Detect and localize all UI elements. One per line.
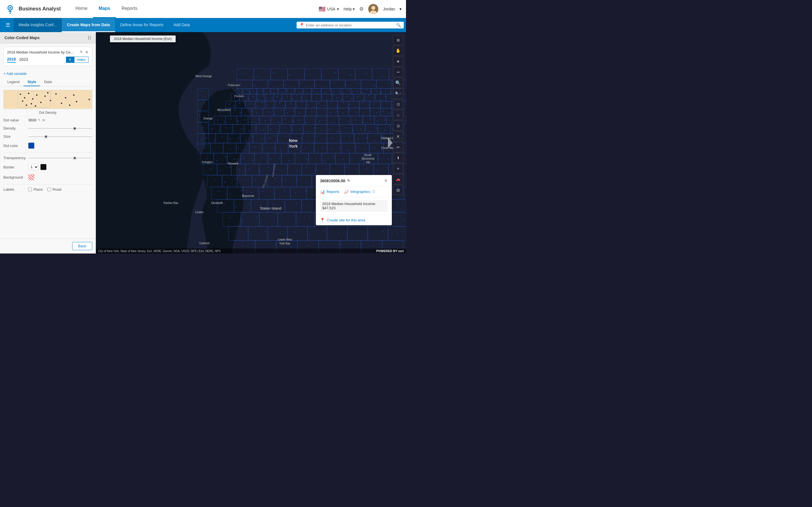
toggle-index-button[interactable]: Index — [74, 57, 89, 63]
settings-icon[interactable]: ⚙ — [359, 6, 364, 12]
menu-toggle-icon[interactable]: ☰ — [2, 20, 13, 31]
locale-selector[interactable]: 🇺🇸 USA ▾ — [319, 6, 339, 12]
svg-point-278 — [352, 158, 352, 159]
svg-point-256 — [356, 147, 357, 148]
svg-point-361 — [309, 217, 310, 217]
size-thumb[interactable] — [44, 135, 48, 138]
border-color-swatch[interactable] — [40, 164, 47, 170]
svg-point-299 — [356, 169, 357, 170]
car-control[interactable]: 🚗 — [393, 174, 403, 184]
year-tab-2018[interactable]: 2018 — [7, 57, 16, 62]
border-size-select[interactable]: 123 — [28, 164, 39, 170]
svg-point-11 — [36, 94, 38, 96]
dot-value-reset-icon[interactable]: ⊞ — [42, 118, 45, 122]
nav-maps[interactable]: Maps — [93, 0, 116, 18]
svg-point-55 — [357, 91, 358, 92]
svg-point-373 — [295, 232, 296, 233]
svg-point-399 — [366, 73, 367, 74]
bookmarks-control[interactable]: ⊞ — [393, 35, 403, 45]
map-area[interactable]: Paterson Passaic Bloomfield Orange Irvin… — [96, 32, 406, 253]
density-thumb[interactable] — [73, 127, 77, 130]
svg-text:Newark: Newark — [228, 162, 239, 165]
dot-value-edit-icon[interactable]: ✎ — [38, 118, 41, 122]
svg-point-7 — [24, 97, 26, 99]
svg-point-311 — [286, 180, 287, 181]
close-layer-icon[interactable]: ✕ — [85, 50, 89, 54]
svg-point-203 — [329, 129, 330, 129]
style-thumbnail[interactable]: ▾ — [3, 90, 92, 109]
map-tooltip: 2018 Median Household Income (Esri) — [110, 36, 175, 42]
info-icon[interactable]: ⓘ — [372, 189, 375, 194]
svg-point-250 — [306, 148, 306, 149]
svg-point-73 — [272, 100, 273, 100]
year-tab-2023[interactable]: 2023 — [19, 57, 28, 62]
transparency-thumb[interactable] — [73, 156, 77, 160]
user-name[interactable]: Jordan — [383, 7, 395, 11]
popup-infographics-button[interactable]: 📈 Infographics ⓘ — [344, 189, 375, 194]
measure-control[interactable]: ⊡ — [393, 99, 403, 109]
svg-point-101 — [239, 103, 240, 104]
zoom-in-control[interactable]: + — [393, 56, 403, 66]
home-control[interactable]: ⌂ — [393, 110, 403, 120]
toolbar-tab-define-areas[interactable]: Define Areas for Reports — [115, 18, 168, 32]
export-control[interactable]: ⬇ — [393, 153, 403, 163]
svg-point-42 — [299, 92, 300, 93]
tab-data[interactable]: Data — [40, 78, 56, 86]
help-button[interactable]: Help ▾ — [343, 7, 355, 11]
place-checkbox[interactable] — [28, 187, 32, 191]
tab-legend[interactable]: Legend — [3, 78, 23, 86]
zoom-out-control[interactable]: − — [393, 67, 403, 77]
svg-point-251 — [314, 150, 315, 151]
toolbar-tab-create-maps[interactable]: Create Maps from Data — [62, 18, 115, 32]
tab-style[interactable]: Style — [23, 78, 40, 86]
create-site-button[interactable]: 📍 Create site for this area — [320, 218, 388, 222]
svg-point-56 — [362, 93, 363, 93]
nav-reports[interactable]: Reports — [116, 0, 143, 18]
style-dropdown-icon[interactable]: ▾ — [88, 97, 90, 102]
dot-color-swatch[interactable] — [28, 143, 35, 149]
svg-point-180 — [362, 122, 363, 123]
svg-point-412 — [389, 82, 390, 83]
popup-close-button[interactable]: ✕ — [384, 178, 388, 183]
background-color-swatch[interactable] — [28, 174, 35, 180]
sketch-control[interactable]: ✏ — [393, 142, 403, 152]
zoom-out-fixed[interactable]: 🔍− — [393, 89, 403, 99]
dot-value-label: Dot value — [3, 118, 26, 122]
pan-control[interactable]: ✋ — [393, 46, 403, 56]
toolbar-tab-add-data[interactable]: Add Data — [168, 18, 195, 32]
road-checkbox[interactable] — [47, 187, 51, 191]
popup-edit-icon[interactable]: ✎ — [347, 179, 350, 183]
zoom-in-fixed[interactable]: 🔍 — [393, 78, 403, 88]
svg-point-161 — [231, 119, 232, 119]
user-chevron[interactable]: ▾ — [400, 7, 402, 11]
toolbar-tab-media[interactable]: Media Insights Conf... — [13, 18, 62, 32]
add-variable-button[interactable]: + Add variable — [3, 69, 92, 78]
svg-point-394 — [289, 75, 290, 75]
popup-reports-button[interactable]: 📊 Reports — [320, 189, 340, 194]
collapse-sidebar-button[interactable]: ⟩⟩ — [88, 35, 91, 40]
list-control[interactable]: ≡ — [393, 163, 403, 173]
size-row: Size — [3, 134, 92, 138]
search-area: 📍 🔍 — [297, 22, 404, 29]
svg-point-144 — [312, 112, 312, 113]
size-slider[interactable] — [28, 136, 92, 137]
svg-point-200 — [307, 131, 308, 132]
edit-layer-icon[interactable]: ✎ — [80, 50, 83, 54]
nav-home[interactable]: Home — [70, 0, 93, 18]
back-button[interactable]: Back — [72, 242, 92, 250]
search-icon[interactable]: 🔍 — [396, 23, 401, 27]
locate-control[interactable]: ◎ — [393, 121, 403, 131]
search-input[interactable] — [306, 23, 395, 27]
layers-control[interactable]: ▤ — [393, 185, 403, 195]
remove-control[interactable]: ✕ — [393, 131, 403, 142]
svg-point-191 — [241, 129, 242, 129]
avatar[interactable] — [368, 4, 378, 14]
pan-right-arrow[interactable] — [388, 137, 393, 149]
svg-point-418 — [200, 139, 201, 140]
density-slider[interactable] — [28, 128, 92, 129]
svg-point-62 — [391, 92, 392, 93]
svg-text:New: New — [289, 138, 298, 143]
svg-point-375 — [324, 231, 325, 231]
transparency-slider[interactable] — [28, 158, 92, 158]
toggle-hash-button[interactable]: # — [66, 57, 74, 63]
